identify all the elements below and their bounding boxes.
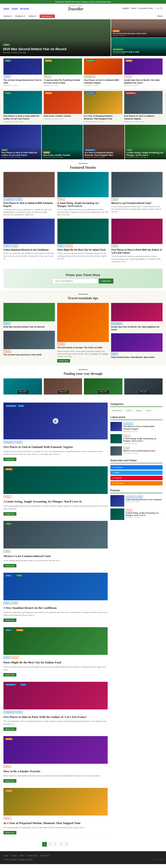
newsletter-button[interactable]: Subscribe [99,279,113,284]
footer-rss-icon[interactable]: ⊕ [161,859,163,861]
nav-stories[interactable]: Stories ▾ [3,13,12,19]
lat-3-cat[interactable]: Travel [123,447,129,449]
pinterest-sub-btn[interactable]: p Pinterest [110,476,163,480]
play-icon[interactable]: ▶ [53,418,59,424]
footer-pi-icon[interactable]: p [158,859,159,861]
te-1-cat[interactable]: Hotels [3,322,10,325]
footer-cookie[interactable]: Cookie Policy [27,855,37,857]
te-read-more[interactable]: Read more [57,359,70,363]
cat-startup[interactable]: Startup [134,409,143,412]
feat-4-cat2[interactable]: Travel [11,245,18,247]
hero-row-2-mid: Startup How to Be a Kinder Traveler Nove… [41,125,83,159]
post-3-cta[interactable]: Read more [3,564,17,567]
search-icon[interactable]: 🔍 [160,7,163,9]
feat-1-cat-hot[interactable]: Hotels [16,198,23,200]
lat-2-cat[interactable]: Startup [123,435,130,437]
newsletter-form: Subscribe [8,279,158,284]
nav-hotels[interactable]: Hotels ▾ [29,13,36,19]
find-1-btn[interactable]: View posts [17,390,28,393]
wide-card-1-img: Travel [3,91,42,114]
footer-fb-icon[interactable]: f [153,859,154,861]
footer-tw-icon[interactable]: t [156,859,156,861]
cat-hotels[interactable]: Hotels [125,409,133,412]
p5-cat1[interactable]: Hotels [3,656,10,659]
feat-2-cat[interactable]: Startup [57,198,65,200]
card-3-cat[interactable]: Destinations [84,75,95,78]
user-selector[interactable]: Select [131,7,137,9]
p3-cat[interactable]: Travel [3,550,10,552]
find-2-btn[interactable]: View posts [57,390,69,393]
footer-shortcodes[interactable]: Shortcodes [40,855,49,857]
lat-1-cat[interactable]: Destinations [123,423,133,425]
p4-cat2[interactable]: Travel [11,602,18,604]
subscribe-title: Subscribe and Follow [110,459,163,463]
te-3-cat[interactable]: Destinations [111,322,122,325]
wide-1-meta: November 15, 2019 | 1 min [3,121,42,122]
post-8-cta[interactable]: Read more [3,831,17,834]
feat-6-cat[interactable]: Travel [111,245,118,247]
find-4-btn[interactable]: View posts [138,390,149,393]
facebook-icon[interactable]: f [155,7,156,9]
pinterest-icon[interactable]: p [158,7,159,9]
rss-sub-btn[interactable]: ⊕ RSS Feed [110,481,163,486]
post-4-cta[interactable]: Read more [3,619,17,622]
post-1-cta[interactable]: Read more [3,458,17,461]
te-feat-cat[interactable]: Startup [57,343,65,345]
pop-1-cat1[interactable]: Destinations [126,496,136,498]
footer-contact[interactable]: Contact [10,855,17,857]
p1-cat-d[interactable]: Destinations [3,441,15,443]
card-row-1: Hotels Hotels The 10 best Using Itinerar… [0,56,166,89]
page-2[interactable]: 2 [48,842,52,846]
p4-cat1[interactable]: Hotels [3,602,10,604]
page-1[interactable]: 1 [42,842,47,846]
p6-cat2[interactable]: Hotels [16,711,23,713]
p2-cat[interactable]: Startup [3,495,11,498]
post-7-cta[interactable]: Read more [3,779,17,783]
twitter-icon[interactable]: t [156,7,157,9]
feat-5-cat1[interactable]: Hotels [57,245,64,247]
feat-5-cat2[interactable]: Startup [65,245,73,247]
te-5-cat[interactable]: Hotels [111,353,118,355]
wide-card-4-img: Destinations [124,91,163,114]
contact-link[interactable]: Contact [11,7,18,9]
page-5[interactable]: 5 [64,842,69,846]
card-1-cat[interactable]: Hotels [3,75,10,78]
nav-destinations[interactable]: Destinations ▾ [40,14,55,18]
pop-1-cat2[interactable]: Hotels [137,496,143,498]
feat-2-title: A Giant Swing, Jungle Screaming, Ice Plu… [57,202,109,208]
twitter-sub-btn[interactable]: t Twitter [110,470,163,475]
p1-cat-h[interactable]: Hotels [16,441,23,443]
footer-home[interactable]: Home [3,855,8,857]
language-selector[interactable]: English [122,7,129,9]
find-3-btn[interactable]: View posts [97,390,109,393]
te-card-1: Hotels 2018 Was Second Hottest Year on R… [3,303,55,329]
te-4-cat[interactable]: Startup [3,350,11,353]
newsletter-input[interactable] [53,279,99,284]
card-2-cat[interactable]: Startup [44,75,51,78]
feat-3-cat[interactable]: Travel [111,198,118,200]
footer-about[interactable]: About [19,855,24,857]
feat-1-cat-dest[interactable]: Destinations [3,198,15,200]
latest-post-1: Destinations Five Places to Visit in Oak… [110,422,163,432]
nav-features[interactable]: Features ▾ [15,13,25,19]
feat-4-cat1[interactable]: Hotels [3,245,10,247]
page-3[interactable]: 3 [53,842,58,846]
facebook-sub-btn[interactable]: f Facebook [110,465,163,470]
buy-link[interactable]: Buy theme [20,7,29,9]
pop-2-cat[interactable]: Startup [126,509,132,512]
cat-travel[interactable]: Travel [144,409,153,412]
post-5-cta[interactable]: Read more [3,673,17,677]
p6-cat1[interactable]: Destinations [3,711,15,713]
post-6-cta[interactable]: Read more [3,727,17,731]
p5-cat2[interactable]: Startup [11,656,19,659]
post-3-title: Mexico's Last Countercultural Coast [3,554,108,558]
p8-cat[interactable]: Startup [3,817,11,819]
cat-destinations[interactable]: Destinations [110,409,124,412]
card-4-cat[interactable]: Startup [124,75,132,78]
page-4[interactable]: 4 [59,842,63,846]
nav-about[interactable]: About [157,13,163,19]
latest-2-img [110,434,122,443]
post-2-cta[interactable]: Read more [3,512,17,516]
p7-cat[interactable]: Startup [3,765,11,768]
about-link[interactable]: Stories [3,7,9,9]
